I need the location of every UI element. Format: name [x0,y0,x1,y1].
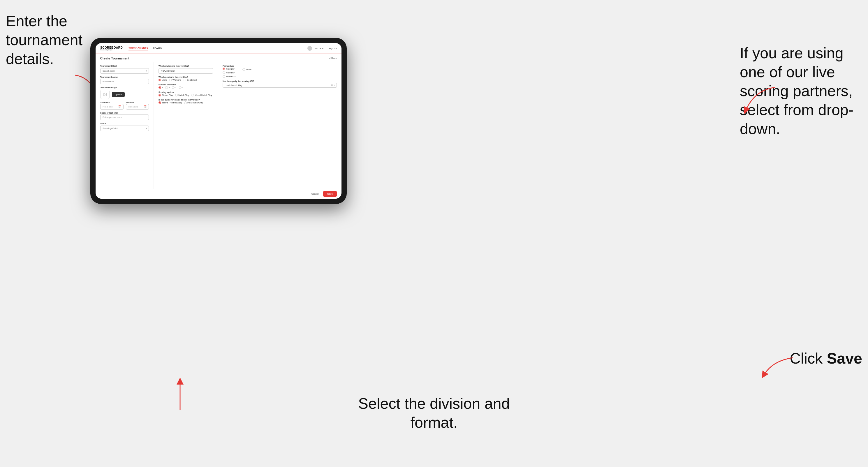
gender-womens-radio[interactable] [169,79,172,81]
scoring-medal-radio[interactable] [191,94,194,96]
scoring-group: Scoring system Stroke Play Match Play [158,91,213,96]
event-individuals[interactable]: Individuals Only [184,101,203,104]
format-6count4[interactable]: 6 count 4 [223,71,236,74]
api-label: Use third-party live scoring API? [223,80,337,82]
brand-title: SCOREBOARD [100,46,123,49]
tablet-screen: SCOREBOARD Powered by Clippit TOURNAMENT… [96,43,341,199]
logo-area: Upload [100,90,149,99]
sponsor-group: Sponsor (optional) [100,112,149,120]
save-button[interactable]: Save [323,191,337,197]
gender-womens[interactable]: Womens [169,79,181,81]
end-date-input[interactable]: Pick a date 📅 [126,104,149,110]
tournament-host-input[interactable] [100,68,149,74]
rounds-3-radio[interactable] [172,86,175,89]
user-name: Test User [314,47,324,50]
division-group: Which division is the event for? NCAA Di… [158,65,213,74]
dropdown-icon: ▾ [146,69,147,72]
start-date-input[interactable]: Pick a date 📅 [100,104,124,110]
event-teams-label: Teams (+Individuals) [162,101,182,104]
tournament-name-input[interactable] [100,79,149,84]
format-list: 5 count 4 6 count 4 6 count 5 [223,68,236,78]
format-5count4[interactable]: 5 count 4 [223,68,236,70]
signout-link[interactable]: Sign out [329,47,337,50]
annotation-division-text: Select the division and format. [358,395,509,431]
rounds-4[interactable]: 4 [179,86,183,89]
gender-mens-radio[interactable] [158,79,161,81]
scoring-match-radio[interactable] [175,94,178,96]
tournament-host-label: Tournament Host [100,65,149,67]
rounds-4-radio[interactable] [179,86,182,89]
rounds-1[interactable]: 1 [158,86,163,89]
scoring-stroke-label: Stroke Play [162,94,173,96]
scoring-stroke-radio[interactable] [158,94,161,96]
gender-combined[interactable]: Combined [184,79,197,81]
event-teams-radio[interactable] [158,101,161,104]
format-other-radio[interactable] [242,68,245,71]
navbar-right: Test User | Sign out [307,46,337,51]
scoring-medal[interactable]: Medal Match Play [191,94,212,96]
rounds-1-radio[interactable] [158,86,161,89]
division-select[interactable]: NCAA Division I [158,68,213,74]
scoring-radio-group: Stroke Play Match Play Medal Match Play [158,94,213,96]
arrow-division [174,378,186,413]
back-button[interactable]: < Back [329,57,337,60]
rounds-4-label: 4 [182,86,183,89]
form-col-left: Tournament Host ▾ Tournament name Tourna… [96,62,154,189]
cancel-button[interactable]: Cancel [309,191,321,197]
navbar: SCOREBOARD Powered by Clippit TOURNAMENT… [96,43,341,54]
other-section: Other [242,68,252,78]
end-date-group: End date Pick a date 📅 [126,101,149,110]
end-date-label: End date [126,101,149,103]
format-type-group: Format type 5 count 4 6 count 4 [223,65,337,78]
brand-sub: Powered by Clippit [100,49,123,51]
api-input-wrapper[interactable]: Leaderboard King ✕ ▾ [223,83,337,88]
api-clear-button[interactable]: ✕ ▾ [331,84,335,87]
annotation-enter: Enter the tournament details. [6,12,87,68]
format-6count5-label: 6 count 5 [226,75,236,78]
venue-input-wrapper: ▾ [100,125,149,131]
venue-input[interactable] [100,126,149,131]
upload-button[interactable]: Upload [112,92,125,97]
format-5count4-radio[interactable] [223,68,225,70]
format-other[interactable]: Other [242,68,252,71]
tournament-host-group: Tournament Host ▾ [100,65,149,74]
format-6count4-radio[interactable] [223,71,225,74]
end-date-placeholder: Pick a date [128,106,138,108]
event-for-group: Is this event for Teams and/or Individua… [158,99,213,104]
gender-combined-radio[interactable] [184,79,186,81]
gender-combined-label: Combined [187,79,197,81]
annotation-save: Click Save [751,349,862,368]
scoring-medal-label: Medal Match Play [195,94,212,96]
svg-point-2 [104,94,104,94]
event-individuals-radio[interactable] [184,101,187,104]
format-6count5-radio[interactable] [223,75,225,78]
rounds-2-radio[interactable] [165,86,168,89]
scoring-stroke[interactable]: Stroke Play [158,94,173,96]
annotation-division: Select the division and format. [347,394,522,432]
rounds-radio-group: 1 2 3 4 [158,86,213,89]
scoring-match-label: Match Play [178,94,189,96]
rounds-3[interactable]: 3 [172,86,176,89]
division-select-wrapper: NCAA Division I [158,68,213,74]
start-date-group: Start date Pick a date 📅 [100,101,124,110]
scoring-match[interactable]: Match Play [175,94,189,96]
format-5count4-label: 5 count 4 [226,68,236,70]
form-col-mid: Which division is the event for? NCAA Di… [154,62,218,189]
calendar-icon: 📅 [118,105,121,108]
annotation-live: If you are using one of our live scoring… [740,44,862,138]
tournament-name-label: Tournament name [100,76,149,78]
navbar-brand: SCOREBOARD Powered by Clippit [100,46,123,51]
date-row: Start date Pick a date 📅 End date Pick a… [100,101,149,110]
format-6count5[interactable]: 6 count 5 [223,75,236,78]
event-teams[interactable]: Teams (+Individuals) [158,101,182,104]
rounds-3-label: 3 [175,86,176,89]
event-for-label: Is this event for Teams and/or Individua… [158,99,213,101]
sponsor-input[interactable] [100,115,149,120]
gender-mens[interactable]: Mens [158,79,167,81]
nav-link-teams[interactable]: TEAMS [153,47,162,50]
api-input-value: Leaderboard King [225,84,331,87]
nav-link-tournaments[interactable]: TOURNAMENTS [128,46,148,51]
tournament-logo-group: Tournament logo Upload [100,87,149,99]
form-area: Tournament Host ▾ Tournament name Tourna… [96,62,341,189]
rounds-2[interactable]: 2 [165,86,169,89]
